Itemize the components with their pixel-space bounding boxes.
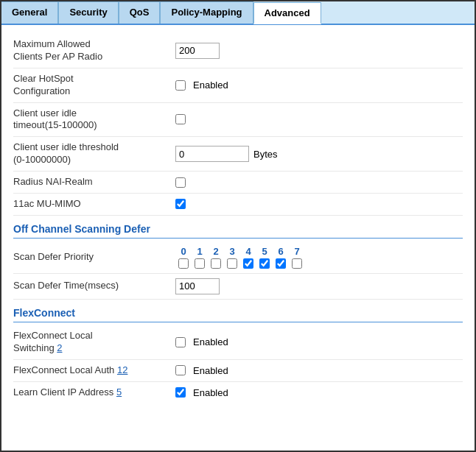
defer-cb-4 [240, 258, 256, 269]
defer-cb-0 [175, 258, 192, 269]
defer-checkbox-4[interactable] [243, 258, 253, 269]
learn-client-ip-checkbox[interactable] [175, 387, 186, 398]
flexconnect-auth-checkbox[interactable] [175, 365, 186, 375]
radius-nai-label: Radius NAI-Realm [13, 176, 175, 188]
flexconnect-switching-checkbox[interactable] [175, 337, 186, 347]
client-idle-timeout-checkbox[interactable] [175, 114, 186, 124]
radius-nai-checkbox[interactable] [175, 177, 186, 188]
flexconnect-auth-link[interactable]: 12 [117, 364, 127, 375]
row-clear-hotspot: Clear HotSpotConfiguration Enabled [13, 68, 463, 103]
defer-checkbox-6[interactable] [276, 258, 286, 269]
defer-checkbox-1[interactable] [195, 258, 205, 269]
flexconnect-switching-control: Enabled [175, 336, 228, 347]
defer-num-0: 0 [175, 246, 192, 257]
learn-client-ip-enabled-label: Enabled [193, 387, 228, 398]
learn-client-ip-link[interactable]: 5 [116, 386, 122, 398]
flexconnect-auth-label: FlexConnect Local Auth 12 [13, 364, 175, 377]
defer-cb-2 [208, 258, 224, 269]
mu-mimo-label: 11ac MU-MIMO [13, 198, 175, 211]
defer-num-6: 6 [273, 246, 289, 257]
mu-mimo-checkbox[interactable] [175, 199, 186, 209]
defer-cb-5 [256, 258, 273, 269]
max-clients-input[interactable] [175, 43, 220, 59]
defer-cb-7 [289, 258, 305, 269]
mu-mimo-control [175, 199, 186, 209]
learn-client-ip-control: Enabled [175, 387, 228, 398]
defer-num-2: 2 [208, 246, 224, 257]
defer-checkbox-5[interactable] [259, 258, 270, 269]
scan-defer-time-control [175, 278, 220, 294]
row-client-idle-threshold: Client user idle threshold(0-10000000) B… [13, 137, 463, 172]
tab-bar: General Security QoS Policy-Mapping Adva… [1, 1, 475, 25]
defer-num-4: 4 [240, 246, 256, 257]
defer-numbers-row: 0 1 2 3 4 5 6 7 [175, 246, 305, 257]
defer-num-5: 5 [256, 246, 273, 257]
tab-qos[interactable]: QoS [119, 1, 161, 24]
flexconnect-auth-label-text: FlexConnect Local Auth [13, 364, 114, 375]
client-idle-timeout-label: Client user idletimeout(15-100000) [13, 107, 175, 133]
max-clients-label: Maximum AllowedClients Per AP Radio [13, 38, 175, 63]
max-clients-control [175, 43, 220, 59]
row-max-clients: Maximum AllowedClients Per AP Radio [13, 34, 463, 68]
defer-cb-1 [192, 258, 208, 269]
defer-checkbox-3[interactable] [227, 258, 237, 269]
tab-general[interactable]: General [1, 1, 58, 24]
defer-num-1: 1 [192, 246, 208, 257]
client-idle-threshold-input[interactable] [175, 146, 249, 162]
off-channel-header: Off Channel Scanning Defer [13, 216, 463, 239]
scan-defer-priority-control: 0 1 2 3 4 5 6 7 [175, 246, 305, 269]
client-idle-threshold-control: Bytes [175, 146, 278, 162]
row-client-idle-timeout: Client user idletimeout(15-100000) [13, 103, 463, 138]
scan-defer-time-label: Scan Defer Time(msecs) [13, 280, 175, 292]
row-scan-defer-priority: Scan Defer Priority 0 1 2 3 4 5 6 7 [13, 241, 463, 274]
scan-defer-priority-label: Scan Defer Priority [13, 251, 175, 264]
clear-hotspot-label: Clear HotSpotConfiguration [13, 73, 175, 98]
flexconnect-switching-enabled-label: Enabled [193, 336, 228, 347]
tab-advanced[interactable]: Advanced [253, 2, 321, 24]
row-scan-defer-time: Scan Defer Time(msecs) [13, 274, 463, 300]
row-radius-nai: Radius NAI-Realm [13, 172, 463, 194]
flexconnect-switching-link[interactable]: 2 [57, 342, 62, 353]
flexconnect-auth-control: Enabled [175, 365, 228, 376]
tab-security[interactable]: Security [58, 1, 118, 24]
row-flexconnect-switching: FlexConnect LocalSwitching 2 Enabled [13, 325, 463, 360]
defer-checkbox-0[interactable] [178, 258, 189, 269]
defer-cb-3 [224, 258, 240, 269]
main-container: General Security QoS Policy-Mapping Adva… [0, 0, 476, 452]
content-area: Maximum AllowedClients Per AP Radio Clea… [1, 25, 475, 412]
client-idle-threshold-unit: Bytes [253, 149, 278, 160]
defer-checkbox-2[interactable] [211, 258, 221, 269]
learn-client-ip-label-text: Learn Client IP Address [13, 386, 113, 398]
defer-checkbox-7[interactable] [292, 258, 302, 269]
radius-nai-control [175, 177, 186, 188]
row-mu-mimo: 11ac MU-MIMO [13, 194, 463, 216]
defer-checkboxes-row [175, 258, 305, 269]
defer-cb-6 [273, 258, 289, 269]
clear-hotspot-enabled-label: Enabled [193, 80, 228, 91]
row-learn-client-ip: Learn Client IP Address 5 Enabled [13, 382, 463, 403]
defer-num-3: 3 [224, 246, 240, 257]
flexconnect-switching-label: FlexConnect LocalSwitching 2 [13, 330, 175, 355]
client-idle-timeout-control [175, 114, 186, 124]
scan-defer-time-input[interactable] [175, 278, 220, 294]
defer-num-7: 7 [289, 246, 305, 257]
learn-client-ip-label: Learn Client IP Address 5 [13, 386, 175, 399]
client-idle-threshold-label: Client user idle threshold(0-10000000) [13, 141, 175, 166]
flexconnect-header: FlexConnect [13, 300, 463, 322]
defer-grid: 0 1 2 3 4 5 6 7 [175, 246, 305, 269]
row-flexconnect-auth: FlexConnect Local Auth 12 Enabled [13, 360, 463, 382]
flexconnect-auth-enabled-label: Enabled [193, 365, 228, 376]
clear-hotspot-checkbox[interactable] [175, 80, 186, 91]
tab-policy-mapping[interactable]: Policy-Mapping [160, 1, 253, 24]
clear-hotspot-control: Enabled [175, 80, 228, 91]
